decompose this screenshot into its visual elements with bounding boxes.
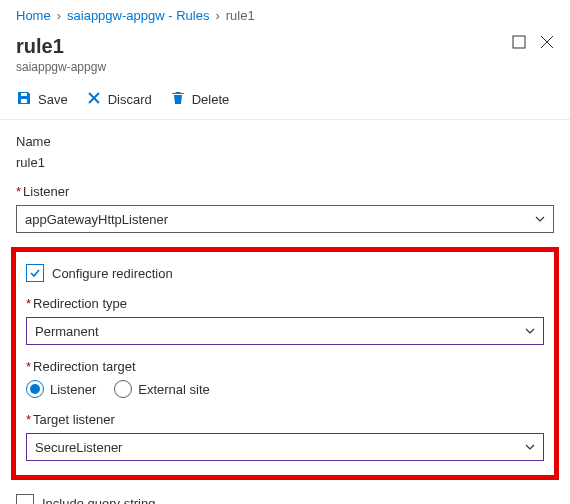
close-icon[interactable] [540,35,554,52]
delete-icon [170,90,186,109]
required-asterisk: * [26,412,31,427]
discard-button[interactable]: Discard [86,90,152,109]
listener-select-value: appGatewayHttpListener [25,212,168,227]
radio-icon [26,380,44,398]
breadcrumb-current: rule1 [226,8,255,23]
required-asterisk: * [26,359,31,374]
page-subtitle: saiappgw-appgw [16,60,106,74]
delete-button[interactable]: Delete [170,90,230,109]
chevron-right-icon: › [57,8,61,23]
name-field: Name rule1 [16,134,554,170]
breadcrumb: Home › saiappgw-appgw - Rules › rule1 [0,0,570,31]
include-query-checkbox[interactable] [16,494,34,504]
delete-label: Delete [192,92,230,107]
chevron-down-icon [525,324,535,339]
chevron-down-icon [525,440,535,455]
include-query-label: Include query string [42,496,155,505]
check-icon [29,267,41,279]
target-listener-select[interactable]: SecureListener [26,433,544,461]
listener-field: *Listener appGatewayHttpListener [16,184,554,233]
name-label: Name [16,134,554,149]
radio-listener[interactable]: Listener [26,380,96,398]
required-asterisk: * [16,184,21,199]
discard-label: Discard [108,92,152,107]
target-listener-value: SecureListener [35,440,122,455]
radio-icon [114,380,132,398]
configure-redirection-checkbox[interactable] [26,264,44,282]
breadcrumb-home[interactable]: Home [16,8,51,23]
required-asterisk: * [26,296,31,311]
listener-select[interactable]: appGatewayHttpListener [16,205,554,233]
save-icon [16,90,32,109]
configure-redirection-row: Configure redirection [26,264,544,282]
radio-external-site[interactable]: External site [114,380,210,398]
redirection-type-select[interactable]: Permanent [26,317,544,345]
save-button[interactable]: Save [16,90,68,109]
radio-external-label: External site [138,382,210,397]
svg-rect-0 [513,36,525,48]
redirection-type-field: *Redirection type Permanent [26,296,544,345]
redirection-target-field: *Redirection target Listener External si… [26,359,544,398]
form: Name rule1 *Listener appGatewayHttpListe… [0,120,570,504]
toolbar: Save Discard Delete [0,82,570,120]
radio-listener-label: Listener [50,382,96,397]
configure-redirection-label: Configure redirection [52,266,173,281]
redirection-type-value: Permanent [35,324,99,339]
page-title: rule1 [16,35,106,58]
page-header: rule1 saiappgw-appgw [0,31,570,82]
redirection-type-label: Redirection type [33,296,127,311]
include-query-row: Include query string [16,494,554,504]
target-listener-label: Target listener [33,412,115,427]
name-value: rule1 [16,155,554,170]
breadcrumb-rules[interactable]: saiappgw-appgw - Rules [67,8,209,23]
discard-icon [86,90,102,109]
target-listener-field: *Target listener SecureListener [26,412,544,461]
save-label: Save [38,92,68,107]
chevron-down-icon [535,212,545,227]
maximize-icon[interactable] [512,35,526,52]
listener-label: Listener [23,184,69,199]
highlight-box: Configure redirection *Redirection type … [11,247,559,480]
redirection-target-label: Redirection target [33,359,136,374]
chevron-right-icon: › [215,8,219,23]
